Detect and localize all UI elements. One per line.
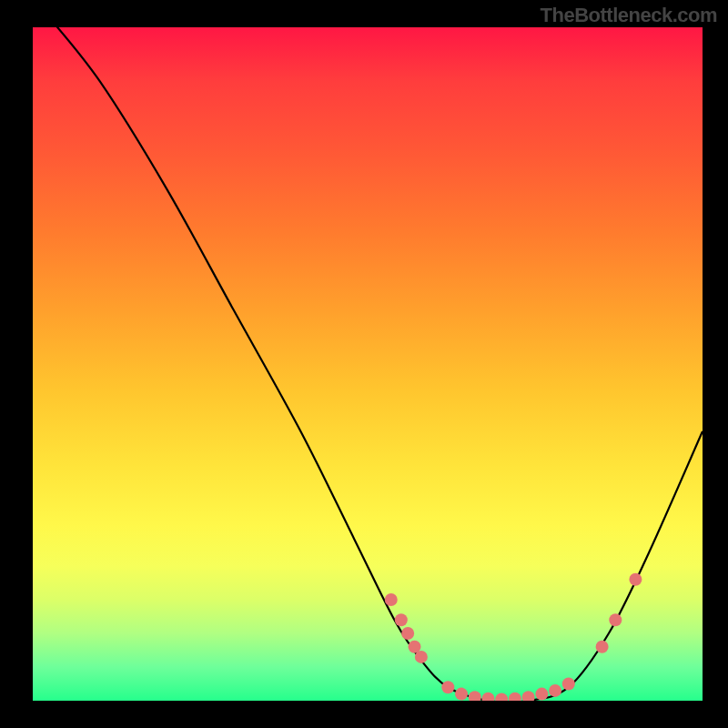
chart-svg: [33, 27, 703, 701]
data-point: [562, 678, 575, 691]
data-point: [535, 688, 548, 701]
chart-container: TheBottleneck.com: [0, 0, 728, 728]
data-point: [609, 613, 622, 626]
bottleneck-curve: [46, 27, 703, 701]
data-point: [415, 651, 428, 663]
data-point: [629, 573, 642, 586]
data-point: [395, 613, 408, 626]
data-point: [401, 627, 414, 640]
watermark-text: TheBottleneck.com: [541, 4, 717, 27]
data-point: [455, 688, 468, 701]
data-point: [596, 641, 609, 653]
curve-line: [46, 27, 703, 701]
plot-area: [33, 27, 703, 701]
data-point: [469, 691, 481, 701]
data-point: [495, 693, 508, 701]
data-points: [385, 573, 642, 701]
data-point: [385, 593, 398, 606]
data-point: [441, 681, 454, 693]
data-point: [509, 693, 521, 701]
data-point: [481, 693, 494, 701]
data-point: [522, 691, 535, 701]
data-point: [549, 684, 561, 697]
